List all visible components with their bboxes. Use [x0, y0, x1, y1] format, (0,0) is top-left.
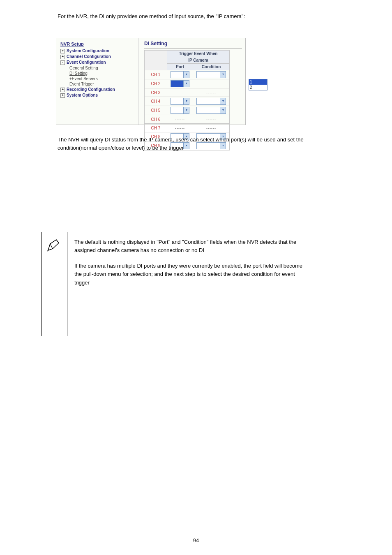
table-row: CH 4 ▾ ▾	[145, 97, 230, 106]
tree-label: Recording Configuration	[67, 87, 115, 92]
condition-dashes: ------	[206, 126, 216, 130]
expand-icon[interactable]: +	[60, 55, 65, 59]
col-condition: Condition	[193, 64, 230, 70]
tree-event-configuration[interactable]: -Event Configuration	[60, 60, 136, 65]
ch-label: CH 4	[145, 97, 167, 106]
expand-icon[interactable]: +	[60, 93, 65, 98]
header-ip-camera: IP Camera	[167, 57, 230, 64]
condition-dashes: ------	[206, 91, 216, 95]
chevron-down-icon[interactable]: ▾	[220, 107, 226, 113]
port-dropdown-popup[interactable]: 1 2	[249, 79, 267, 90]
port-select[interactable]: ▾	[171, 71, 189, 78]
note-text: The default is nothing displayed in "Por…	[67, 232, 317, 336]
col-port: Port	[167, 64, 193, 70]
condition-select[interactable]: ▾	[196, 98, 226, 105]
tree-label: System Configuration	[67, 49, 109, 53]
tree-recording-configuration[interactable]: +Recording Configuration	[60, 87, 136, 92]
note-icon-cell	[42, 232, 67, 336]
tree-label: Channel Configuration	[67, 54, 111, 59]
ch-label: CH 1	[145, 70, 167, 79]
table-row: CH 6 ------ ------	[145, 115, 230, 124]
page-number: 94	[0, 537, 392, 543]
table-row: CH 7 ------ ------	[145, 124, 230, 132]
tree-event-servers[interactable]: +Event Servers	[69, 76, 136, 81]
note-paragraph-1: The default is nothing displayed in "Por…	[74, 238, 309, 254]
condition-dashes: ------	[206, 82, 216, 86]
ch-label: CH 5	[145, 106, 167, 115]
dropdown-option[interactable]: 2	[249, 85, 267, 90]
chevron-down-icon[interactable]: ▾	[183, 81, 189, 87]
note-box: The default is nothing displayed in "Por…	[41, 232, 317, 336]
dropdown-option[interactable]: 1	[249, 79, 267, 85]
chevron-down-icon[interactable]: ▾	[183, 98, 189, 104]
port-dashes: ------	[175, 126, 185, 130]
ch-label: CH 3	[145, 88, 167, 97]
condition-dashes: ------	[206, 118, 216, 122]
table-row: CH 2 ▾ ------	[145, 79, 230, 88]
panel-title: DI Setting	[144, 41, 242, 46]
ch-label: CH 7	[145, 124, 167, 132]
expand-icon[interactable]: +	[60, 88, 65, 92]
below-text: The NVR will query DI status from the IP…	[58, 136, 321, 152]
expand-icon[interactable]: +	[60, 49, 65, 53]
port-select[interactable]: ▾	[171, 98, 189, 105]
port-select-open[interactable]: ▾	[171, 80, 189, 87]
table-row: CH 1 ▾ ▾	[145, 70, 230, 79]
tree-event-trigger[interactable]: Event Trigger	[69, 81, 136, 87]
condition-select[interactable]: ▾	[196, 71, 226, 78]
tree-channel-configuration[interactable]: +Channel Configuration	[60, 54, 136, 60]
ch-label: CH 6	[145, 115, 167, 124]
nav-title[interactable]: NVR Setup	[60, 42, 136, 46]
tree-di-setting[interactable]: DI Setting	[69, 71, 136, 76]
tree-label: Event Configuration	[67, 60, 106, 65]
condition-select[interactable]: ▾	[196, 107, 226, 114]
port-dashes: ------	[175, 118, 185, 122]
chevron-down-icon[interactable]: ▾	[183, 107, 189, 113]
di-setting-panel: DI Setting Trigger Event When IP Camera …	[138, 38, 245, 125]
table-row: CH 5 ▾ ▾	[145, 106, 230, 115]
header-trigger-event: Trigger Event When	[167, 51, 230, 57]
port-select[interactable]: ▾	[171, 107, 189, 114]
note-paragraph-2: If the camera has multiple DI ports and …	[74, 262, 309, 287]
ch-label: CH 2	[145, 79, 167, 88]
collapse-icon[interactable]: -	[60, 60, 65, 65]
screenshot: NVR Setup +System Configuration +Channel…	[56, 38, 246, 125]
chevron-down-icon[interactable]: ▾	[220, 72, 226, 78]
pencil-note-icon	[46, 238, 61, 253]
tree-system-options[interactable]: +System Options	[60, 92, 136, 98]
tree-label: System Options	[67, 93, 98, 97]
tree-system-configuration[interactable]: +System Configuration	[60, 48, 136, 54]
nav-tree: NVR Setup +System Configuration +Channel…	[56, 38, 138, 125]
intro-text: For the NVR, the DI only provides one me…	[58, 12, 321, 21]
table-row: CH 3 ------	[145, 88, 230, 97]
chevron-down-icon[interactable]: ▾	[220, 98, 226, 104]
tree-general-setting[interactable]: General Setting	[69, 65, 136, 71]
panel-divider	[144, 48, 242, 49]
chevron-down-icon[interactable]: ▾	[183, 72, 189, 78]
